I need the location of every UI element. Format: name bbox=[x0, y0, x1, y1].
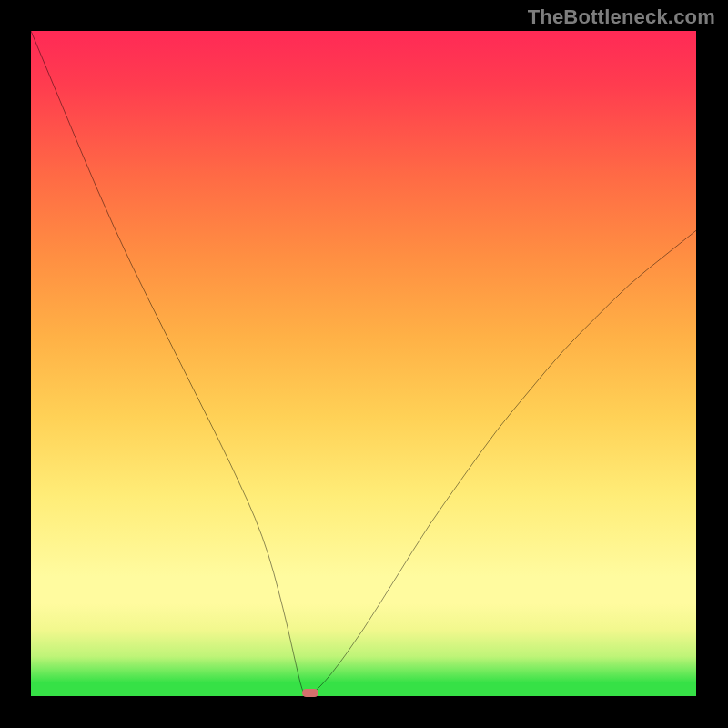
plot-area bbox=[31, 31, 696, 696]
bottleneck-curve-path bbox=[31, 31, 696, 696]
minimum-marker bbox=[302, 689, 318, 697]
chart-frame: TheBottleneck.com bbox=[0, 0, 728, 728]
watermark-text: TheBottleneck.com bbox=[528, 5, 715, 29]
bottleneck-curve bbox=[31, 31, 696, 696]
